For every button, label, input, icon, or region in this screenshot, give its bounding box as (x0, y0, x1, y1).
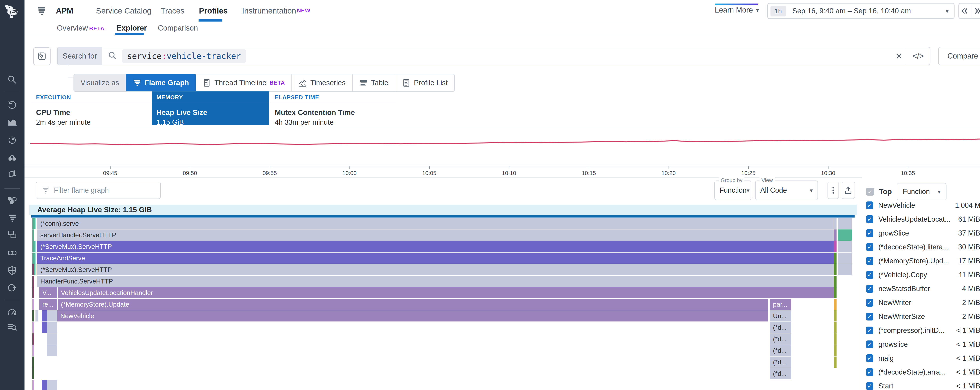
flame-graph-header: Average Heap Live Size: 1.15 GiB (29, 205, 857, 215)
flame-frame[interactable]: V... (39, 287, 57, 298)
learn-more-button[interactable]: Learn More▾ (715, 6, 759, 14)
function-name[interactable]: NewWriter (878, 298, 952, 307)
viz-option-flame-graph[interactable]: Flame Graph (126, 75, 196, 91)
flame-frame[interactable]: (*ServeMux).ServeHTTP (37, 264, 834, 275)
function-name[interactable]: growSlice (878, 229, 952, 237)
rum-icon[interactable] (7, 229, 18, 240)
search-bar[interactable]: Search for service:vehicle-tracker × </> (57, 47, 930, 65)
function-checkbox[interactable]: ✓ (866, 285, 873, 293)
viz-option-timeseries[interactable]: Timeseries (292, 75, 353, 91)
infrastructure-icon[interactable] (7, 135, 18, 146)
flame-filter-input[interactable]: Filter flame graph (36, 182, 161, 199)
function-checkbox[interactable]: ✓ (866, 313, 873, 320)
flame-frame-sliver (36, 264, 37, 275)
flame-frame[interactable]: (*MemoryStore).Update (58, 299, 768, 310)
nav-item-apm[interactable]: APM (56, 0, 73, 22)
nav-item-profiles[interactable]: Profiles (199, 0, 228, 22)
metric-card-cpu-time[interactable]: EXECUTION CPU Time 2m 4s per minute (32, 92, 151, 125)
function-name[interactable]: (*Vehicle).Copy (878, 271, 952, 279)
function-name[interactable]: newStatsdBuffer (878, 285, 952, 293)
function-checkbox[interactable]: ✓ (866, 243, 873, 251)
more-options-button[interactable] (827, 182, 839, 199)
logs-icon[interactable] (7, 322, 18, 333)
monitors-icon[interactable] (7, 307, 18, 317)
select-all-checkbox[interactable]: ✓ (866, 188, 874, 196)
function-checkbox[interactable]: ✓ (866, 341, 873, 348)
function-name[interactable]: (*compressor).initD... (878, 327, 951, 335)
function-checkbox[interactable]: ✓ (866, 327, 873, 335)
tab-explorer[interactable]: Explorer (117, 22, 147, 35)
ci-pipelines-icon[interactable] (7, 247, 18, 258)
workflow-icon[interactable] (7, 282, 18, 293)
watchdog-icon[interactable] (7, 153, 18, 164)
function-checkbox[interactable]: ✓ (866, 299, 873, 307)
flame-frame[interactable]: Un... (770, 310, 791, 322)
flame-frame[interactable]: serverHandler.ServeHTTP (37, 230, 834, 241)
heap-timeseries-chart[interactable]: 09:4509:5009:5510:0010:0510:1010:1510:20… (24, 127, 980, 178)
flame-frame[interactable]: (*d... (770, 322, 791, 333)
function-name[interactable]: (*MemoryStore).Upd... (878, 257, 952, 265)
flame-frame[interactable]: NewVehicle (57, 310, 768, 322)
function-checkbox[interactable]: ✓ (866, 257, 873, 265)
dashboards-icon[interactable] (7, 169, 18, 180)
code-view-icon[interactable]: </> (905, 48, 924, 65)
flame-frame[interactable]: (*d... (770, 357, 791, 368)
function-checkbox[interactable]: ✓ (866, 201, 873, 209)
metric-card-heap-live-size[interactable]: MEMORY Heap Live Size 1.15 GiB (152, 92, 269, 125)
clear-search-icon[interactable]: × (896, 48, 902, 65)
tab-overview[interactable]: Overview (57, 22, 88, 35)
compare-button[interactable]: Compare▾ (938, 47, 980, 65)
shift-forward-icon[interactable] (971, 3, 980, 18)
function-checkbox[interactable]: ✓ (866, 382, 873, 390)
flame-frame[interactable]: VehiclesUpdateLocationHandler (58, 287, 834, 298)
service-catalog-icon[interactable] (7, 194, 18, 205)
nav-item-service-catalog[interactable]: Service Catalog (96, 0, 151, 22)
function-checkbox[interactable]: ✓ (866, 271, 873, 279)
security-icon[interactable] (7, 265, 18, 276)
function-checkbox[interactable]: ✓ (866, 368, 873, 376)
top-group-select[interactable]: Function▾ (897, 183, 947, 200)
function-name[interactable]: (*decodeState).arra... (878, 368, 951, 376)
function-name[interactable]: NewVehicle (878, 201, 950, 209)
function-name[interactable]: growslice (878, 340, 951, 349)
search-query[interactable]: service:vehicle-tracker (122, 49, 246, 63)
viz-option-profile-list[interactable]: Profile List (395, 75, 454, 91)
export-button[interactable] (842, 182, 855, 199)
tab-comparison[interactable]: Comparison (158, 22, 198, 35)
shift-back-icon[interactable] (959, 3, 971, 18)
expand-panel-button[interactable] (33, 48, 51, 65)
group-by-select[interactable]: Group by Function▾ (714, 181, 751, 200)
history-icon[interactable] (7, 100, 18, 110)
function-name[interactable]: (*decodeState).litera... (878, 243, 952, 251)
function-name[interactable]: VehiclesUpdateLocat... (878, 215, 952, 224)
metric-value: 1.15 GiB (152, 118, 269, 127)
flame-frame[interactable]: par... (770, 299, 791, 310)
viz-option-thread-timeline[interactable]: Thread Timeline BETA (196, 75, 292, 91)
flame-frame[interactable]: (*conn).serve (37, 218, 834, 229)
flame-frame[interactable]: HandlerFunc.ServeHTTP (37, 276, 834, 287)
time-range-picker[interactable]: 1h Sep 16, 9:40 am – Sep 16, 10:40 am ▾ (767, 3, 955, 19)
flame-frame[interactable]: (*d... (770, 333, 791, 345)
function-checkbox[interactable]: ✓ (866, 229, 873, 237)
flame-frame[interactable]: re... (39, 299, 57, 310)
apm-profiling-icon[interactable] (7, 212, 18, 224)
function-name[interactable]: Start (878, 382, 951, 390)
flame-root-frame[interactable] (31, 215, 854, 217)
function-checkbox[interactable]: ✓ (866, 354, 873, 362)
flame-frame[interactable]: (*d... (770, 368, 791, 379)
metrics-icon[interactable] (7, 116, 18, 127)
function-checkbox[interactable]: ✓ (866, 216, 873, 223)
viz-option-table[interactable]: Table (353, 75, 395, 91)
flame-frame[interactable]: (*d... (770, 345, 791, 356)
nav-item-traces[interactable]: Traces (161, 0, 185, 22)
view-select[interactable]: View All Code▾ (755, 181, 818, 200)
datadog-logo[interactable] (3, 3, 21, 21)
function-name[interactable]: malg (878, 354, 951, 362)
nav-item-instrumentation[interactable]: Instrumentation (242, 0, 296, 22)
metric-card-mutex-contention[interactable]: ELAPSED TIME Mutex Contention Time 4h 33… (270, 92, 396, 125)
search-icon[interactable] (7, 75, 18, 86)
flame-frame[interactable]: TraceAndServe (37, 252, 834, 264)
flame-frame[interactable]: (*ServeMux).ServeHTTP (37, 241, 834, 252)
flame-graph[interactable]: (*conn).serveserverHandler.ServeHTTP(*Se… (31, 218, 854, 390)
function-name[interactable]: NewWriterSize (878, 312, 952, 321)
